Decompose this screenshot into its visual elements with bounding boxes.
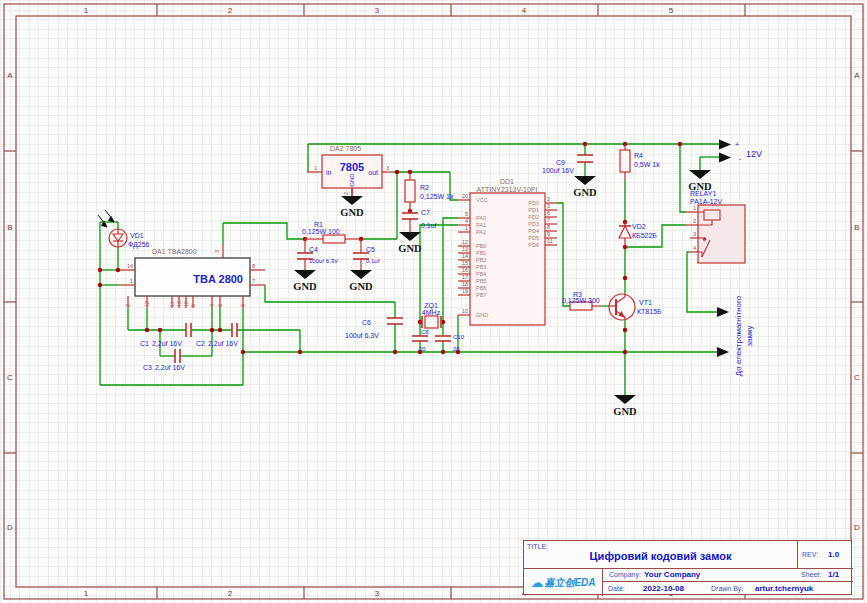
component-c8[interactable]: C8 20	[412, 329, 429, 352]
title-cell: TITLE: Цифровий кодовий замок	[524, 541, 798, 568]
svg-text:VD2: VD2	[632, 223, 646, 230]
svg-text:9: 9	[547, 231, 550, 237]
svg-text:14: 14	[462, 253, 468, 259]
svg-text:18: 18	[462, 281, 468, 287]
component-zq1-crystal[interactable]: ZQ1 4MHz	[420, 302, 443, 328]
svg-text:GND: GND	[398, 243, 422, 254]
schematic-svg: 12345 12345 ABCD ABCD	[0, 0, 867, 603]
svg-text:20: 20	[453, 346, 460, 352]
svg-text:0,125W 300: 0,125W 300	[562, 297, 600, 304]
svg-text:C: C	[7, 373, 13, 382]
component-vt1-transistor[interactable]: VT1 КТ815Б	[609, 294, 662, 320]
dd1-ref: DD1	[500, 178, 514, 185]
power-port-12v[interactable]: + - 12V	[719, 140, 762, 163]
component-relay1[interactable]: RELAY1 PA1A-12V 1 2 3 4	[686, 190, 745, 263]
component-dd1-attiny2313[interactable]: DD1 ATTINY2313V-10PI 20541 12131415 1617…	[458, 178, 557, 325]
component-c6[interactable]: C6 100uf 6,3V	[345, 318, 403, 339]
svg-text:8: 8	[252, 263, 255, 269]
lock-label-line1: До електромагнітного	[734, 295, 743, 376]
svg-text:PB5: PB5	[476, 278, 486, 284]
component-c2[interactable]: C22,2uf 16V	[196, 323, 238, 347]
svg-text:0,5W 1k: 0,5W 1k	[634, 161, 660, 168]
svg-text:A: A	[7, 71, 13, 80]
svg-text:C8: C8	[421, 329, 429, 335]
svg-text:PD6: PD6	[528, 242, 539, 248]
component-da2-7805[interactable]: DA2 7805 7805 in out GND 1 3 2	[307, 145, 394, 196]
svg-text:3: 3	[547, 203, 550, 209]
svg-text:2: 2	[547, 196, 550, 202]
svg-text:GND: GND	[573, 187, 597, 198]
svg-text:1: 1	[693, 205, 696, 211]
svg-text:3: 3	[386, 165, 389, 171]
component-c3[interactable]: C32,2uf 16V	[143, 349, 185, 371]
component-c4[interactable]: C4 100uf 6,3V	[297, 239, 338, 270]
svg-text:PB4: PB4	[476, 271, 486, 277]
svg-text:GND: GND	[613, 406, 637, 417]
gnd-symbol-c9: GND	[573, 176, 597, 198]
component-vd1-photodiode[interactable]: VD1 ФД256	[98, 210, 150, 249]
component-c10[interactable]: C10 20	[435, 334, 465, 352]
svg-text:VT1: VT1	[639, 299, 652, 306]
svg-text:1: 1	[314, 165, 317, 171]
svg-text:100uf 6,3V: 100uf 6,3V	[309, 258, 338, 264]
component-da1-tba2800[interactable]: DA1 TBA2800 TBA 2800 14 1 8 7 3 2 12 11 …	[120, 245, 265, 308]
svg-text:11: 11	[169, 301, 175, 307]
minus-label: -	[739, 155, 742, 162]
component-c5[interactable]: C5 0,1uf	[353, 239, 380, 270]
svg-text:9: 9	[240, 304, 246, 307]
da2-pin-out-label: out	[368, 169, 378, 176]
svg-text:17: 17	[462, 274, 468, 280]
component-r4[interactable]: R4 0,5W 1k	[620, 144, 660, 180]
svg-text:7: 7	[252, 278, 255, 284]
component-c7[interactable]: C7 0,1uf	[402, 209, 437, 232]
svg-text:GND: GND	[293, 281, 317, 292]
gnd-symbol-c5: GND	[349, 270, 373, 292]
gnd-symbol-vt1: GND	[613, 395, 637, 417]
svg-text:4MHz: 4MHz	[422, 309, 441, 316]
svg-text:PD3: PD3	[528, 221, 539, 227]
svg-text:PB3: PB3	[476, 264, 486, 270]
sheet-value: 1/1	[828, 570, 839, 579]
svg-text:C9: C9	[556, 159, 565, 166]
schematic-canvas[interactable]: 12345 12345 ABCD ABCD	[0, 0, 867, 603]
gnd-symbol-c4: GND	[293, 270, 317, 292]
component-r3[interactable]: R3 0,125W 300	[562, 291, 601, 310]
svg-text:R1: R1	[314, 221, 323, 228]
title-block: TITLE: Цифровий кодовий замок REV: 1.0 ☁…	[523, 540, 852, 595]
gnd-symbol-minus12: GND	[688, 170, 712, 192]
svg-text:PB6: PB6	[476, 285, 486, 291]
vd1-value: ФД256	[128, 241, 150, 249]
svg-text:0,125W 1k: 0,125W 1k	[420, 193, 454, 200]
svg-text:PA2: PA2	[476, 229, 486, 235]
svg-text:D: D	[7, 523, 13, 532]
svg-text:2: 2	[693, 218, 696, 224]
svg-text:C22,2uf 16V: C22,2uf 16V	[196, 340, 238, 347]
svg-text:3: 3	[375, 589, 380, 598]
svg-text:16: 16	[462, 267, 468, 273]
svg-text:3: 3	[375, 6, 380, 15]
component-r2[interactable]: R2 0,125W 1k	[405, 172, 454, 213]
svg-text:4: 4	[693, 245, 696, 251]
company-value: Your Company	[644, 570, 700, 579]
svg-text:VCC: VCC	[476, 197, 488, 203]
svg-text:GND: GND	[349, 281, 373, 292]
svg-text:C12,2uf 16V: C12,2uf 16V	[140, 340, 182, 347]
svg-text:D: D	[854, 523, 860, 532]
svg-text:4: 4	[465, 218, 468, 224]
svg-text:2: 2	[343, 192, 349, 195]
svg-text:3: 3	[214, 250, 220, 253]
svg-text:PA1: PA1	[476, 222, 486, 228]
drawn-by-value: artur.tchernyuk	[755, 584, 813, 593]
svg-text:10: 10	[462, 308, 468, 314]
svg-text:12: 12	[144, 301, 150, 307]
svg-text:PB1: PB1	[476, 250, 486, 256]
svg-text:1: 1	[465, 225, 468, 231]
component-r1[interactable]: R1 0,125W 100	[302, 221, 361, 243]
svg-text:4: 4	[209, 304, 215, 307]
svg-text:6: 6	[217, 304, 223, 307]
svg-text:R4: R4	[634, 152, 643, 159]
svg-text:PD0: PD0	[528, 200, 539, 206]
component-vd2-diode[interactable]: VD2 КБ522Б	[619, 222, 657, 247]
da2-display: 7805	[340, 161, 364, 173]
lock-port[interactable]: До електромагнітного замку	[717, 295, 754, 376]
